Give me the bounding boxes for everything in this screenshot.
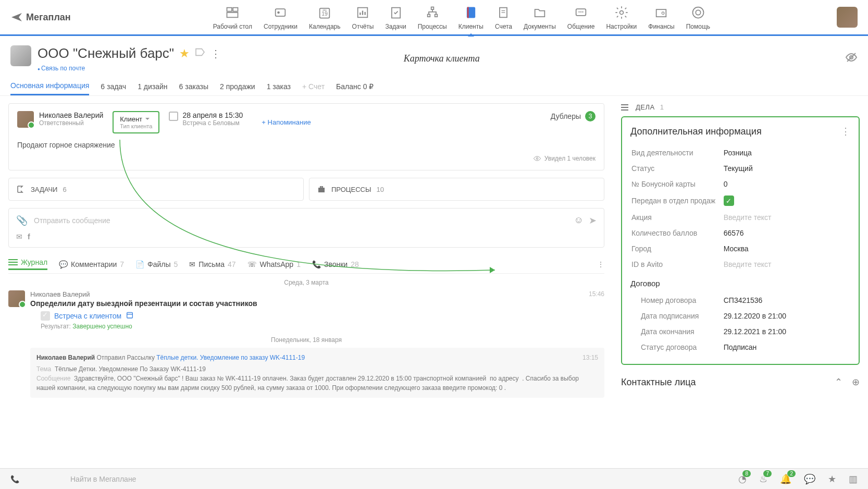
- tab-whatsapp[interactable]: ☏WhatsApp1: [247, 260, 301, 268]
- client-logo[interactable]: [10, 45, 31, 66]
- nav-chat[interactable]: Общение: [563, 4, 599, 30]
- mail-entry[interactable]: Николаев Валерий Отправил Рассылку Тёплы…: [30, 348, 604, 398]
- nav-reports[interactable]: Отчёты: [348, 4, 378, 30]
- tasks-box[interactable]: ЗАДАЧИ 6: [8, 178, 304, 201]
- nav-desktop[interactable]: Рабочий стол: [209, 4, 256, 30]
- bonus-value[interactable]: 0: [724, 177, 849, 191]
- transfer-checkbox[interactable]: ✓: [724, 195, 734, 206]
- meeting-desc: Встреча с Беловым: [182, 119, 243, 127]
- logo-icon: [10, 11, 23, 23]
- activity-more-icon[interactable]: ⋮: [597, 260, 604, 268]
- calendar-icon: 19апр: [316, 4, 333, 21]
- tab-orders[interactable]: 6 заказы: [179, 78, 208, 95]
- tab-files[interactable]: 📄Файлы5: [135, 260, 178, 268]
- tab-letters[interactable]: ✉Письма47: [189, 260, 235, 268]
- nav-invoices[interactable]: Счета: [491, 4, 516, 30]
- responsible-block[interactable]: Николаев Валерий Ответственный: [17, 111, 103, 128]
- meeting-link[interactable]: Встреча с клиентом: [54, 312, 121, 320]
- tasks-arrow-icon: [16, 185, 26, 194]
- add-contact-icon[interactable]: ⊕: [852, 376, 860, 388]
- nav-processes[interactable]: Процессы: [414, 4, 451, 30]
- seen-indicator[interactable]: Увидел 1 человек: [17, 154, 596, 163]
- nav-documents[interactable]: Документы: [519, 4, 560, 30]
- tab-main-info[interactable]: Основная информация: [10, 77, 89, 95]
- processes-icon: [424, 4, 441, 21]
- deals-header[interactable]: + ДЕЛА 1: [621, 103, 860, 111]
- svg-rect-34: [320, 187, 323, 188]
- contract-status[interactable]: Подписан: [724, 340, 849, 354]
- nav-calendar[interactable]: 19апрКалендарь: [305, 4, 345, 30]
- tab-design[interactable]: 1 дизайн: [138, 78, 167, 95]
- tab-order[interactable]: 1 заказ: [267, 78, 291, 95]
- tag-icon[interactable]: [195, 48, 205, 59]
- add-reminder-link[interactable]: + Напоминание: [262, 118, 311, 126]
- facebook-icon[interactable]: f: [28, 233, 30, 241]
- meeting-checkbox[interactable]: [169, 112, 178, 121]
- message-input[interactable]: Отправить сообщение: [34, 216, 568, 225]
- city-value[interactable]: Москва: [724, 241, 849, 256]
- contract-no[interactable]: СП3421536: [724, 293, 849, 308]
- svg-rect-33: [318, 188, 325, 192]
- end-date[interactable]: 29.12.2021 в 21:00: [724, 324, 849, 339]
- nav-employees[interactable]: Сотрудники: [259, 4, 302, 30]
- responsible-avatar: [17, 111, 34, 128]
- nav-help[interactable]: Помощь: [682, 4, 714, 30]
- status-value[interactable]: Текущий: [724, 161, 849, 176]
- tab-calls[interactable]: 📞Звонки28: [312, 260, 359, 268]
- attach-icon[interactable]: 📎: [16, 215, 28, 226]
- contact-link[interactable]: Связь по почте: [38, 65, 221, 72]
- briefcase-icon: [317, 185, 326, 194]
- logo[interactable]: Мегаплан: [10, 11, 71, 23]
- collapse-icon[interactable]: ⌃: [835, 376, 842, 388]
- meeting-block[interactable]: 28 апреля в 15:30 Встреча с Беловым: [169, 111, 243, 127]
- nav-clients[interactable]: Клиенты: [454, 4, 488, 30]
- mail-link[interactable]: Тёплые детки. Уведомление по заказу WK-4…: [156, 354, 305, 361]
- svg-point-22: [578, 11, 579, 13]
- nav-finance[interactable]: Финансы: [644, 4, 678, 30]
- sign-date[interactable]: 29.12.2020 в 21:00: [724, 309, 849, 323]
- entry-avatar[interactable]: [8, 290, 25, 307]
- list-icon: +: [621, 104, 630, 111]
- svg-rect-3: [276, 9, 286, 16]
- panel-more-icon[interactable]: ⋮: [841, 126, 850, 137]
- svg-point-29: [696, 10, 700, 15]
- tab-comments[interactable]: 💬Комментарии7: [59, 260, 124, 268]
- client-tabs: Основная информация 6 задач 1 дизайн 6 з…: [0, 77, 868, 96]
- logo-text: Мегаплан: [26, 12, 71, 23]
- tab-tasks[interactable]: 6 задач: [101, 78, 126, 95]
- tab-invoice-add[interactable]: + Счет: [302, 78, 325, 95]
- email-icon[interactable]: ✉: [16, 233, 22, 241]
- points-value[interactable]: 66576: [724, 226, 849, 240]
- reports-icon: [354, 4, 371, 21]
- more-icon[interactable]: ⋮: [210, 47, 221, 60]
- processes-box[interactable]: ПРОЦЕССЫ 10: [309, 178, 604, 201]
- nav-settings[interactable]: Настройки: [602, 4, 641, 30]
- message-compose: 📎 Отправить сообщение ☺ ➤ ✉ f: [8, 208, 604, 248]
- clients-icon: [463, 4, 479, 21]
- tab-journal[interactable]: Журнал: [8, 258, 47, 270]
- send-icon[interactable]: ➤: [589, 215, 597, 226]
- activity-type-value[interactable]: Розница: [724, 145, 849, 160]
- avito-input[interactable]: Введите текст: [724, 257, 849, 272]
- client-type-select[interactable]: Клиент Тип клиента: [113, 111, 159, 133]
- tab-sales[interactable]: 2 продажи: [220, 78, 255, 95]
- star-icon[interactable]: ★: [179, 47, 190, 60]
- svg-point-23: [580, 11, 581, 13]
- svg-point-4: [278, 11, 280, 14]
- extra-info-panel: Дополнительная информация ⋮ Вид деятельн…: [621, 116, 860, 365]
- action-input[interactable]: Введите текст: [724, 210, 849, 225]
- svg-point-27: [662, 12, 665, 15]
- nav-tasks[interactable]: Задачи: [381, 4, 410, 30]
- user-avatar[interactable]: [837, 7, 858, 28]
- check-icon[interactable]: [41, 311, 50, 321]
- eye-icon: [533, 154, 541, 163]
- doublers-count-badge: 3: [585, 111, 596, 121]
- calendar-small-icon[interactable]: [126, 311, 134, 321]
- doublers[interactable]: Дублеры 3: [551, 111, 596, 121]
- visibility-off-icon[interactable]: [845, 51, 858, 67]
- entry-author: Николаев Валерий: [30, 290, 90, 298]
- documents-icon: [531, 4, 548, 21]
- emoji-icon[interactable]: ☺: [574, 215, 584, 226]
- top-navigation: Мегаплан Рабочий стол Сотрудники 19апрКа…: [0, 0, 868, 36]
- client-name: ООО "Снежный барс": [38, 45, 174, 62]
